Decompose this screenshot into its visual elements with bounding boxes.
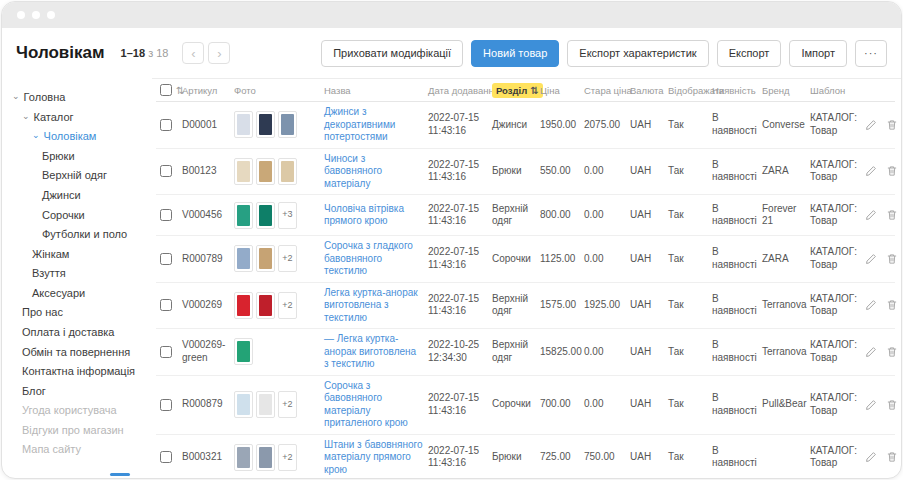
sidebar-item[interactable]: Верхній одяг: [12, 166, 152, 186]
window-control-dot[interactable]: [32, 11, 40, 19]
column-header[interactable]: Дата додавання: [428, 85, 490, 96]
more-photos-badge[interactable]: +3: [278, 202, 297, 229]
window-control-dot[interactable]: [17, 11, 25, 19]
row-checkbox[interactable]: [160, 346, 172, 358]
sidebar-item[interactable]: Контактна інформація: [12, 362, 152, 382]
edit-icon[interactable]: [865, 165, 877, 177]
scrollbar-thumb[interactable]: [110, 473, 130, 476]
product-name-link[interactable]: — Легка куртка-анорак виготовлена з текс…: [324, 333, 426, 371]
column-header[interactable]: Ціна: [540, 85, 582, 96]
sort-icon[interactable]: ⇅: [530, 85, 538, 96]
edit-icon[interactable]: [865, 346, 877, 358]
product-photo[interactable]: [234, 391, 253, 418]
sidebar-item[interactable]: Взуття: [12, 264, 152, 284]
sidebar-item[interactable]: Футболки и поло: [12, 225, 152, 245]
row-checkbox[interactable]: [160, 253, 172, 265]
column-header[interactable]: Бренд: [762, 85, 808, 96]
prev-page-button[interactable]: ‹: [182, 42, 204, 64]
product-photo[interactable]: [234, 338, 253, 365]
hide-modifications-button[interactable]: Приховати модифікації: [321, 40, 463, 67]
product-name-link[interactable]: Сорочка з гладкого бавовняного текстилю: [324, 240, 426, 278]
delete-icon[interactable]: [886, 209, 898, 221]
chevron-down-icon[interactable]: ⌄: [22, 112, 30, 121]
sidebar-item[interactable]: ⌄Головна: [12, 88, 152, 108]
delete-icon[interactable]: [886, 253, 898, 265]
sidebar-item[interactable]: Сорочки: [12, 205, 152, 225]
more-photos-badge[interactable]: +2: [278, 391, 297, 418]
sidebar-item[interactable]: Блог: [12, 381, 152, 401]
more-actions-button[interactable]: ···: [855, 40, 887, 67]
product-photo[interactable]: [256, 202, 275, 229]
row-checkbox[interactable]: [160, 299, 172, 311]
more-photos-badge[interactable]: +2: [278, 245, 297, 272]
delete-icon[interactable]: [886, 451, 898, 463]
select-all-checkbox[interactable]: [160, 84, 172, 96]
column-header[interactable]: Шаблон: [810, 85, 862, 96]
column-header[interactable]: Відображати: [668, 85, 710, 96]
column-header[interactable]: Артикул: [182, 85, 232, 96]
product-photo[interactable]: [256, 158, 275, 185]
product-name-link[interactable]: Штани з бавовняного матеріалу прямого кр…: [324, 439, 426, 477]
sidebar-item[interactable]: Аксесуари: [12, 284, 152, 304]
column-header[interactable]: Стара ціна: [584, 85, 628, 96]
product-photo[interactable]: [256, 292, 275, 319]
sidebar-item[interactable]: Обмін та повернення: [12, 342, 152, 362]
row-checkbox[interactable]: [160, 451, 172, 463]
column-header[interactable]: Фото: [234, 85, 322, 96]
sorted-column-highlight[interactable]: Розділ⇅: [492, 83, 543, 98]
window-control-dot[interactable]: [47, 11, 55, 19]
product-photo[interactable]: [256, 111, 275, 138]
export-button[interactable]: Експорт: [717, 40, 782, 67]
more-photos-badge[interactable]: +2: [278, 444, 297, 471]
next-page-button[interactable]: ›: [208, 42, 230, 64]
product-photo[interactable]: [234, 245, 253, 272]
product-photo[interactable]: [256, 391, 275, 418]
more-photos-badge[interactable]: +2: [278, 292, 297, 319]
edit-icon[interactable]: [865, 299, 877, 311]
sidebar-item[interactable]: Джинси: [12, 186, 152, 206]
edit-icon[interactable]: [865, 399, 877, 411]
row-checkbox[interactable]: [160, 399, 172, 411]
product-name-link[interactable]: Чиноси з бавовняного матеріалу: [324, 153, 426, 191]
product-photo[interactable]: [256, 444, 275, 471]
product-name-link[interactable]: Чоловіча вітрівка прямого крою: [324, 203, 426, 228]
sidebar-item[interactable]: Про нас: [12, 303, 152, 323]
sidebar-item[interactable]: Мапа сайту: [12, 440, 152, 460]
row-checkbox[interactable]: [160, 209, 172, 221]
delete-icon[interactable]: [886, 119, 898, 131]
product-photo[interactable]: [234, 444, 253, 471]
chevron-down-icon[interactable]: ⌄: [12, 92, 20, 101]
product-name-link[interactable]: Легка куртка-анорак виготовлена з тексти…: [324, 287, 426, 325]
sidebar-item[interactable]: Брюки: [12, 147, 152, 167]
product-photo[interactable]: [234, 292, 253, 319]
column-header[interactable]: Назва: [324, 85, 426, 96]
import-button[interactable]: Імпорт: [789, 40, 847, 67]
product-photo[interactable]: [234, 202, 253, 229]
delete-icon[interactable]: [886, 165, 898, 177]
sidebar-item[interactable]: Відгуки про магазин: [12, 421, 152, 441]
product-photo[interactable]: [278, 111, 297, 138]
sidebar-item[interactable]: Оплата і доставка: [12, 323, 152, 343]
row-checkbox[interactable]: [160, 119, 172, 131]
sidebar-item[interactable]: ⌄Чоловікам: [12, 127, 152, 147]
column-header[interactable]: Розділ⇅: [492, 83, 538, 98]
edit-icon[interactable]: [865, 451, 877, 463]
product-photo[interactable]: [234, 111, 253, 138]
edit-icon[interactable]: [865, 253, 877, 265]
sidebar-item[interactable]: Жінкам: [12, 245, 152, 265]
row-checkbox[interactable]: [160, 165, 172, 177]
product-name-link[interactable]: Сорочка з бавовняного матеріалу притален…: [324, 380, 426, 430]
edit-icon[interactable]: [865, 119, 877, 131]
new-product-button[interactable]: Новий товар: [471, 40, 559, 67]
export-characteristics-button[interactable]: Експорт характеристик: [567, 40, 708, 67]
sidebar-item[interactable]: ⌄Каталог: [12, 108, 152, 128]
product-photo[interactable]: [256, 245, 275, 272]
product-photo[interactable]: [278, 158, 297, 185]
column-header[interactable]: Наявність: [712, 85, 760, 96]
chevron-down-icon[interactable]: ⌄: [32, 131, 40, 140]
sidebar-item[interactable]: Угода користувача: [12, 401, 152, 421]
delete-icon[interactable]: [886, 346, 898, 358]
column-header[interactable]: Валюта: [630, 85, 666, 96]
delete-icon[interactable]: [886, 399, 898, 411]
product-photo[interactable]: [234, 158, 253, 185]
